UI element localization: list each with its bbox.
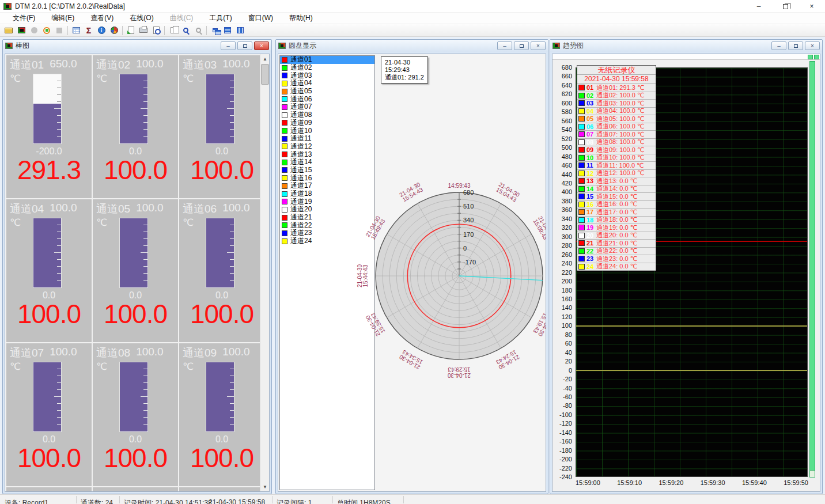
trend-minimize-button[interactable]: – xyxy=(771,41,786,50)
sigma-icon: Σ xyxy=(86,26,91,35)
disc-window-titlebar[interactable]: 圆盘显示 – × xyxy=(276,40,548,52)
copy-button[interactable] xyxy=(166,25,179,36)
realtime-chart-button[interactable] xyxy=(15,25,28,36)
bar-cell-header: 通道03 100.0 xyxy=(183,58,263,73)
legend-channel-number: 19 xyxy=(585,224,596,231)
legend-color-swatch xyxy=(578,139,585,145)
y-axis-tick: 160 xyxy=(562,295,572,302)
menu-item[interactable]: 工具(T) xyxy=(201,12,240,24)
bar-minimize-button[interactable]: – xyxy=(221,41,236,50)
legend-color-swatch xyxy=(578,225,585,230)
disc-window: 圆盘显示 – × 通道01 xyxy=(275,39,548,494)
open-button[interactable] xyxy=(2,25,15,36)
trend-line xyxy=(576,370,807,371)
scroll-thumb[interactable] xyxy=(261,64,269,85)
disc-minimize-button[interactable]: – xyxy=(497,41,512,50)
export-button[interactable] xyxy=(124,25,137,36)
y-axis-tick: 680 xyxy=(562,64,572,71)
vscroll-end-button[interactable] xyxy=(810,470,815,477)
pie-chart-button[interactable] xyxy=(108,25,120,36)
print-preview-button[interactable] xyxy=(150,25,162,36)
tile-horizontal-button[interactable] xyxy=(221,25,234,36)
statistics-button[interactable]: Σ xyxy=(82,25,95,36)
x-axis-tick: 15:59:20 xyxy=(659,479,683,486)
status-separator xyxy=(403,496,404,503)
y-axis-tick: -60 xyxy=(563,393,572,400)
trend-close-button[interactable]: × xyxy=(805,41,820,50)
channel-color-swatch xyxy=(282,120,287,126)
mdi-workspace: 棒图 – × 通道01 650.0 ℃ xyxy=(0,37,825,494)
minimize-button[interactable]: – xyxy=(745,0,772,13)
data-table-button[interactable] xyxy=(70,25,82,36)
bar-gauge-cell: 通道04 100.0 ℃ 0.0 100.0 xyxy=(6,199,92,342)
y-axis-tick: 640 xyxy=(562,82,572,89)
channel-color-swatch xyxy=(282,143,287,149)
bar-scrollbar[interactable]: ▲ ▼ xyxy=(260,54,269,491)
hscroll-button[interactable] xyxy=(814,55,819,59)
trend-horizontal-scrollbar[interactable] xyxy=(552,54,820,60)
hscroll-thumb[interactable] xyxy=(808,55,813,59)
channel-name: 通道04 xyxy=(10,202,44,217)
unit-label: ℃ xyxy=(10,73,21,85)
tile-vertical-button[interactable] xyxy=(234,25,247,36)
menu-item[interactable]: 在线(O) xyxy=(122,12,161,24)
unit-label: ℃ xyxy=(10,217,21,229)
scroll-up-arrow[interactable]: ▲ xyxy=(260,54,270,63)
channel-name: 通道03 xyxy=(183,58,217,73)
menu-item[interactable]: 编辑(E) xyxy=(43,12,82,24)
legend-color-swatch xyxy=(578,93,585,98)
zoom-in-button[interactable] xyxy=(179,25,192,36)
menu-item[interactable]: 窗口(W) xyxy=(240,12,281,24)
status-record-time: 记录时间: 21-04-30 14:51:38 xyxy=(124,498,212,504)
bar-window-titlebar[interactable]: 棒图 – × xyxy=(3,40,271,52)
bar-cell-header: 通道10 100.0 xyxy=(10,490,90,492)
cascade-windows-button[interactable] xyxy=(209,25,221,36)
polar-chart-area[interactable]: 21-04-30 15:29:43 通道01: 291.2 6805103401… xyxy=(376,55,544,490)
y-axis-tick: -240 xyxy=(559,473,572,480)
info-button[interactable]: i xyxy=(95,25,108,36)
legend-channel-number: 04 xyxy=(585,108,596,115)
y-axis-tick: 220 xyxy=(562,269,572,276)
channel-color-swatch xyxy=(282,160,287,165)
bar-gauge-fill xyxy=(33,104,61,143)
close-button[interactable]: × xyxy=(798,0,825,13)
bar-gauge-track xyxy=(119,74,148,144)
bar-restore-button[interactable] xyxy=(237,41,252,50)
bar-gauge-fill xyxy=(206,74,234,143)
polar-angle-label: 21-04-3015:44:43 xyxy=(357,264,369,287)
pause-button[interactable] xyxy=(28,25,40,36)
channel-color-swatch xyxy=(282,96,287,102)
legend-channel-number: 23 xyxy=(585,255,596,262)
channel-name: 通道11 xyxy=(96,490,130,492)
legend-color-swatch xyxy=(578,264,585,270)
disc-close-button[interactable]: × xyxy=(531,41,546,50)
legend-channel-number: 02 xyxy=(585,92,596,99)
bar-cell-header: 通道02 100.0 xyxy=(96,58,177,73)
menu-item[interactable]: 文件(F) xyxy=(5,12,43,24)
trend-vertical-scrollbar[interactable] xyxy=(809,61,815,478)
zoom-out-button[interactable] xyxy=(192,25,205,36)
scroll-down-arrow[interactable]: ▼ xyxy=(260,482,270,491)
menu-item[interactable]: 查看(V) xyxy=(82,12,122,24)
channel-name: 通道02 xyxy=(96,58,130,73)
legend-channel-number: 21 xyxy=(585,240,596,247)
disc-restore-button[interactable] xyxy=(514,41,529,50)
restore-button[interactable] xyxy=(772,0,798,13)
bar-window-icon xyxy=(5,43,13,49)
polar-radial-label: 680 xyxy=(463,189,474,196)
bar-gauge-fill xyxy=(206,362,234,431)
polar-radial-label: 0 xyxy=(463,245,467,252)
bar-gauge-cell: 通道02 100.0 ℃ 0.0 100.0 xyxy=(93,55,178,198)
record-button[interactable] xyxy=(40,25,53,36)
print-button[interactable] xyxy=(137,25,150,36)
y-axis-tick: 140 xyxy=(562,304,572,311)
trend-window-titlebar[interactable]: 趋势图 – × xyxy=(550,40,822,52)
menu-item[interactable]: 曲线(C) xyxy=(162,12,202,24)
menu-item[interactable]: 帮助(H) xyxy=(281,12,321,24)
bar-close-button[interactable]: × xyxy=(254,41,269,50)
trend-restore-button[interactable] xyxy=(788,41,803,50)
stop-icon xyxy=(56,28,62,33)
polar-chart[interactable]: 6805103401700-17014:59:4321-04-3015:04:4… xyxy=(344,161,546,391)
stop-button[interactable] xyxy=(53,25,66,36)
trend-window: 趋势图 – × 68066064062060058056054052050048… xyxy=(550,39,823,494)
